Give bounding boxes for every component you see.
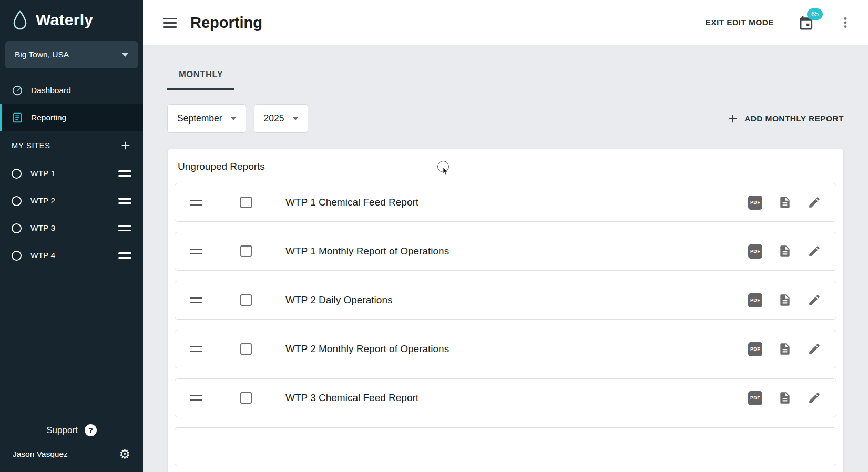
report-title: WTP 3 Chemical Feed Report bbox=[285, 392, 418, 404]
site-label: WTP 3 bbox=[30, 223, 55, 233]
my-sites-header: MY SITES bbox=[0, 131, 143, 160]
pdf-icon[interactable]: PDF bbox=[748, 391, 762, 405]
app-window: Waterly Big Town, USA Dashboard Reportin… bbox=[0, 0, 868, 472]
drag-handle-icon[interactable] bbox=[118, 225, 131, 231]
drag-handle-icon[interactable] bbox=[190, 297, 202, 303]
sidebar-site-wtp4[interactable]: WTP 4 bbox=[0, 242, 143, 269]
document-icon[interactable] bbox=[778, 342, 792, 356]
report-title: WTP 2 Monthly Report of Operations bbox=[285, 343, 449, 355]
report-row: WTP 1 Monthly Report of Operations PDF bbox=[175, 232, 836, 271]
more-options-kebab-icon[interactable] bbox=[839, 16, 852, 29]
edit-pencil-icon[interactable] bbox=[808, 391, 821, 405]
report-checkbox[interactable] bbox=[240, 197, 252, 208]
report-checkbox[interactable] bbox=[240, 392, 252, 404]
drag-handle-icon[interactable] bbox=[190, 346, 202, 352]
report-checkbox[interactable] bbox=[240, 245, 252, 257]
site-label: WTP 4 bbox=[30, 251, 55, 260]
tab-monthly[interactable]: MONTHLY bbox=[167, 69, 234, 90]
edit-pencil-icon[interactable] bbox=[808, 244, 821, 258]
site-radio-icon[interactable] bbox=[12, 251, 22, 261]
pdf-icon[interactable]: PDF bbox=[748, 293, 762, 307]
drag-handle-icon[interactable] bbox=[190, 395, 202, 401]
drag-handle-icon[interactable] bbox=[190, 249, 202, 254]
sidebar: Waterly Big Town, USA Dashboard Reportin… bbox=[0, 0, 143, 472]
add-monthly-report-button[interactable]: ADD MONTHLY REPORT bbox=[727, 113, 844, 125]
sidebar-bottom: Support Jason Vasquez bbox=[0, 415, 143, 472]
waterly-drop-icon bbox=[12, 9, 28, 30]
add-site-plus-icon[interactable] bbox=[120, 140, 131, 151]
drag-handle-icon[interactable] bbox=[118, 252, 131, 259]
site-radio-icon[interactable] bbox=[12, 223, 22, 233]
user-name: Jason Vasquez bbox=[13, 449, 68, 459]
report-actions: PDF bbox=[748, 391, 836, 405]
sidebar-item-dashboard[interactable]: Dashboard bbox=[0, 77, 143, 104]
report-actions: PDF bbox=[748, 342, 836, 356]
report-row: WTP 3 Chemical Feed Report PDF bbox=[175, 378, 836, 417]
report-row: WTP 2 Monthly Report of Operations PDF bbox=[175, 330, 836, 368]
year-select-value: 2025 bbox=[264, 113, 284, 124]
report-actions: PDF bbox=[748, 293, 836, 307]
report-actions: PDF bbox=[748, 196, 836, 210]
document-icon[interactable] bbox=[778, 244, 792, 258]
help-question-icon[interactable] bbox=[85, 424, 97, 436]
chevron-down-icon bbox=[122, 53, 128, 57]
settings-gear-icon[interactable] bbox=[119, 448, 130, 460]
sidebar-item-reporting[interactable]: Reporting bbox=[0, 104, 143, 131]
pdf-icon[interactable]: PDF bbox=[748, 342, 762, 356]
site-selector-dropdown[interactable]: Big Town, USA bbox=[5, 41, 138, 68]
group-title: Ungrouped Reports bbox=[175, 157, 836, 183]
drag-handle-icon[interactable] bbox=[118, 198, 131, 204]
site-label: WTP 2 bbox=[30, 196, 55, 206]
report-title: WTP 2 Daily Operations bbox=[285, 294, 392, 306]
chevron-down-icon bbox=[231, 117, 236, 120]
add-monthly-report-label: ADD MONTHLY REPORT bbox=[744, 114, 844, 124]
report-title: WTP 1 Chemical Feed Report bbox=[285, 197, 418, 208]
sidebar-item-label: Dashboard bbox=[31, 86, 71, 95]
edit-pencil-icon[interactable] bbox=[808, 342, 821, 356]
sidebar-site-wtp2[interactable]: WTP 2 bbox=[0, 187, 143, 214]
reporting-document-icon bbox=[12, 112, 23, 124]
calendar-badge: 65 bbox=[807, 8, 823, 20]
report-actions: PDF bbox=[748, 244, 836, 259]
chevron-down-icon bbox=[293, 117, 298, 120]
sidebar-site-wtp1[interactable]: WTP 1 bbox=[0, 160, 143, 187]
document-icon[interactable] bbox=[778, 293, 792, 307]
tabs-bar: MONTHLY bbox=[167, 45, 844, 90]
site-radio-icon[interactable] bbox=[12, 169, 22, 179]
edit-pencil-icon[interactable] bbox=[808, 196, 821, 209]
year-select[interactable]: 2025 bbox=[254, 104, 308, 133]
support-label: Support bbox=[46, 425, 78, 436]
edit-pencil-icon[interactable] bbox=[808, 293, 821, 307]
hamburger-menu-icon[interactable] bbox=[163, 18, 177, 28]
dashboard-gauge-icon bbox=[12, 85, 23, 96]
sidebar-item-label: Reporting bbox=[31, 113, 66, 122]
report-checkbox[interactable] bbox=[240, 294, 252, 306]
mouse-cursor bbox=[437, 161, 449, 172]
drag-handle-icon[interactable] bbox=[190, 200, 202, 206]
plus-icon bbox=[727, 113, 739, 125]
site-radio-icon[interactable] bbox=[12, 196, 22, 206]
content-column: Reporting EXIT EDIT MODE 65 MONTHLY Sept… bbox=[143, 0, 868, 472]
controls-row: September 2025 ADD MONTHLY REPORT bbox=[167, 104, 844, 133]
month-select-value: September bbox=[177, 113, 222, 124]
site-selector-value: Big Town, USA bbox=[15, 50, 69, 59]
document-icon[interactable] bbox=[778, 196, 792, 209]
calendar-button[interactable]: 65 bbox=[798, 15, 814, 31]
report-title: WTP 1 Monthly Report of Operations bbox=[285, 245, 449, 257]
report-row-partial bbox=[175, 427, 836, 466]
pdf-icon[interactable]: PDF bbox=[748, 244, 762, 259]
brand-name: Waterly bbox=[36, 11, 93, 29]
page-title: Reporting bbox=[190, 14, 262, 32]
document-icon[interactable] bbox=[778, 391, 792, 405]
drag-handle-icon[interactable] bbox=[118, 170, 131, 177]
site-label: WTP 1 bbox=[30, 169, 55, 178]
pdf-icon[interactable]: PDF bbox=[748, 196, 762, 210]
support-link[interactable]: Support bbox=[0, 415, 143, 444]
sidebar-site-wtp3[interactable]: WTP 3 bbox=[0, 214, 143, 242]
exit-edit-mode-button[interactable]: EXIT EDIT MODE bbox=[706, 18, 774, 27]
report-checkbox[interactable] bbox=[240, 343, 252, 355]
brand: Waterly bbox=[0, 0, 143, 38]
my-sites-label: MY SITES bbox=[12, 141, 50, 150]
report-row: WTP 2 Daily Operations PDF bbox=[175, 281, 836, 320]
month-select[interactable]: September bbox=[167, 104, 246, 133]
